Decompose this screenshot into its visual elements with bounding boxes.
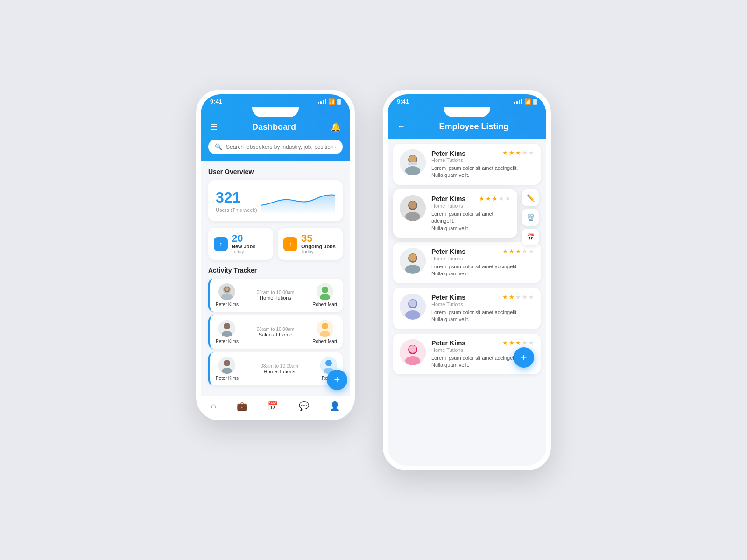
calendar-icon: 📅 — [268, 401, 278, 411]
emp-desc-3: Lorem ipsum dolor sit amet adcingelit.Nu… — [431, 263, 534, 278]
activity-type-3: Home Tutions — [261, 369, 298, 374]
star-3-1: ★ — [502, 248, 508, 255]
emp-info-1: Peter Kims ★ ★ ★ ★ ★ Home Tutions Lorem … — [431, 149, 534, 179]
svg-point-31 — [409, 254, 416, 261]
star-2-1: ★ — [479, 195, 485, 202]
star-4-4: ★ — [522, 294, 528, 301]
star-5-2: ★ — [509, 339, 514, 346]
search-bar-wrap: 🔍 — [201, 140, 350, 161]
emp-name-5: Peter Kims — [431, 339, 465, 347]
star-3-5: ★ — [529, 248, 534, 255]
activity-time-2: 08:am to 10:00am — [257, 327, 295, 332]
search-input[interactable] — [226, 144, 336, 150]
svg-point-14 — [224, 360, 230, 366]
emp-avatar-1 — [400, 149, 426, 175]
svg-rect-23 — [408, 162, 417, 165]
activity-item-3: Peter Kims 08:am to 10:00am Home Tutions… — [208, 352, 343, 385]
activity-person-left-2: Peter Kims — [216, 320, 239, 344]
dashboard-header: ☰ Dashboard 🔔 — [201, 117, 350, 140]
calendar-button[interactable]: 📅 — [522, 229, 539, 245]
nav-chat[interactable]: 💬 — [299, 401, 309, 411]
emp-card-4: Peter Kims ★ ★ ★ ★ ★ Home Tutions Lorem … — [393, 288, 541, 329]
star-5-1: ★ — [502, 339, 508, 346]
activity-middle-3: 08:am to 10:00am Home Tutions — [261, 364, 298, 374]
emp-desc-4: Lorem ipsum dolor sit amet adcingelit.Nu… — [431, 309, 534, 323]
nav-briefcase[interactable]: 💼 — [237, 401, 247, 411]
star-5-3: ★ — [515, 339, 521, 346]
emp-name-3: Peter Kims — [431, 248, 465, 255]
new-jobs-icon: ↑ — [214, 237, 228, 251]
emp-name-2: Peter Kims — [431, 195, 465, 203]
notch — [252, 107, 299, 117]
employee-phone: 9:41 📶 ▓ ← Employe — [383, 90, 551, 470]
overview-count: 321 — [216, 189, 257, 206]
emp-card-2: Peter Kims ★ ★ ★ ★ ★ Home Tutions Lorem … — [393, 189, 517, 238]
edit-button[interactable]: ✏️ — [522, 189, 539, 206]
bottom-nav: ⌂ 💼 📅 💬 👤 — [201, 396, 350, 416]
area-chart — [261, 187, 335, 215]
emp-header: ← Employee Listing — [388, 117, 546, 139]
emp-time: 9:41 — [397, 98, 409, 105]
activity-middle-2: 08:am to 10:00am Salon at Home — [257, 327, 295, 337]
briefcase-icon: 💼 — [237, 401, 247, 411]
person-name-1: Peter Kims — [216, 302, 239, 307]
nav-home[interactable]: ⌂ — [211, 401, 216, 411]
search-bar: 🔍 — [208, 140, 343, 154]
overview-stats: 321 Users (This week) — [216, 189, 257, 213]
star-4-3: ★ — [515, 294, 521, 301]
star-1-4: ★ — [522, 149, 528, 156]
star-5-4: ★ — [522, 339, 528, 346]
ongoing-jobs-icon: ↑ — [283, 237, 297, 251]
activity-item: Peter Kims 08:am to 10:00am Home Tutions… — [208, 279, 343, 312]
ongoing-jobs-label: Ongoing Jobs — [301, 244, 336, 249]
scene: 9:41 📶 ▓ ☰ Dashboa — [177, 62, 570, 498]
star-1-3: ★ — [515, 149, 521, 156]
bell-icon[interactable]: 🔔 — [331, 122, 341, 132]
menu-icon[interactable]: ☰ — [210, 122, 218, 132]
ongoing-jobs-text: 35 Ongoing Jobs Today — [301, 233, 336, 254]
star-1-1: ★ — [502, 149, 508, 156]
battery-icon: ▓ — [337, 99, 341, 105]
signal-icon — [318, 99, 326, 104]
emp-card-1: Peter Kims ★ ★ ★ ★ ★ Home Tutions Lorem … — [393, 144, 541, 185]
star-1-2: ★ — [509, 149, 514, 156]
emp-fab[interactable]: + — [514, 347, 534, 368]
emp-avatar-4 — [400, 294, 426, 320]
svg-point-27 — [409, 201, 416, 209]
emp-role-4: Home Tutions — [431, 301, 534, 307]
emp-wifi-icon: 📶 — [524, 98, 531, 105]
dashboard-fab[interactable]: + — [327, 370, 347, 390]
avatar-robert-2 — [317, 320, 333, 337]
employee-phone-inner: 9:41 📶 ▓ ← Employe — [388, 94, 546, 466]
activity-person-right-2: Robert Mart — [312, 320, 337, 344]
svg-point-17 — [325, 360, 332, 366]
emp-status-icons: 📶 ▓ — [514, 98, 537, 105]
avatar-robert-1 — [317, 283, 333, 300]
new-jobs-text: 20 New Jobs Today — [232, 233, 255, 254]
svg-point-8 — [224, 323, 230, 329]
action-buttons: ✏️ 🗑️ 📅 — [522, 189, 539, 245]
emp-avatar-2 — [400, 195, 426, 221]
activity-item-2: Peter Kims 08:am to 10:00am Salon at Hom… — [208, 315, 343, 349]
star-2-2: ★ — [486, 195, 491, 202]
star-4-5: ★ — [529, 294, 534, 301]
activity-middle-1: 08:am to 10:00am Home Tutions — [257, 290, 295, 301]
dashboard-title: Dashboard — [218, 122, 331, 132]
dashboard-body: User Overview 321 Users (This week) — [201, 161, 350, 396]
nav-profile[interactable]: 👤 — [330, 401, 340, 411]
activity-type-1: Home Tutions — [257, 295, 295, 301]
activity-person-right-1: Robert Mart — [312, 283, 337, 307]
nav-calendar[interactable]: 📅 — [268, 401, 278, 411]
emp-stars-3: ★ ★ ★ ★ ★ — [502, 248, 534, 255]
star-3-3: ★ — [515, 248, 521, 255]
new-jobs-label: New Jobs — [232, 244, 255, 249]
svg-point-39 — [409, 345, 416, 353]
delete-button[interactable]: 🗑️ — [522, 209, 539, 226]
svg-point-38 — [405, 356, 420, 365]
back-button[interactable]: ← — [397, 122, 405, 132]
emp-card-3: Peter Kims ★ ★ ★ ★ ★ Home Tutions Lorem … — [393, 242, 541, 283]
emp-name-4: Peter Kims — [431, 294, 465, 301]
emp-stars-1: ★ ★ ★ ★ ★ — [502, 149, 534, 156]
profile-icon: 👤 — [330, 401, 340, 411]
overview-label: Users (This week) — [216, 207, 257, 213]
